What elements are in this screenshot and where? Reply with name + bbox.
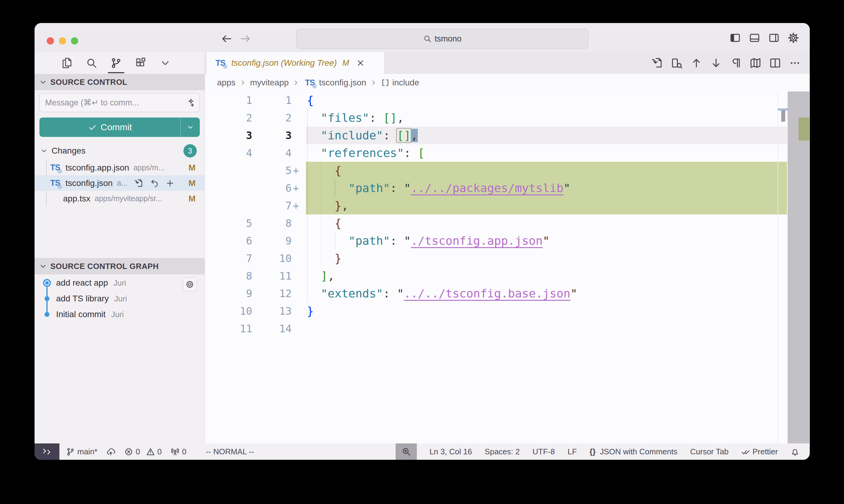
code-line[interactable]: 33 "include": [], xyxy=(205,127,810,144)
language-mode-text: JSON with Comments xyxy=(600,447,677,456)
commit-dropdown-button[interactable] xyxy=(180,118,200,137)
toggle-primary-sidebar-button[interactable] xyxy=(730,32,741,43)
code-token: : xyxy=(390,234,404,248)
code-token xyxy=(307,181,348,195)
chevron-down-icon xyxy=(39,262,47,270)
notifications-item[interactable] xyxy=(791,447,799,456)
more-views-chevron-icon[interactable] xyxy=(159,57,171,69)
code-line[interactable]: 7+ }, xyxy=(205,197,810,214)
chevron-down-icon xyxy=(39,78,47,86)
code-line-content: "include": [], xyxy=(307,127,418,144)
settings-gear-icon[interactable] xyxy=(788,32,799,43)
graph-commit-row[interactable]: Initial commitJuri xyxy=(35,307,205,322)
indent-guide xyxy=(307,162,308,179)
code-line[interactable]: 11{ xyxy=(205,91,810,109)
compare-button[interactable] xyxy=(671,57,683,69)
code-line[interactable]: 912 "extends": "../../tsconfig.base.json… xyxy=(205,285,810,302)
explorer-icon[interactable] xyxy=(61,57,73,69)
eol-item[interactable]: LF xyxy=(568,447,576,456)
plus-icon[interactable] xyxy=(166,179,175,188)
code-token: "extends" xyxy=(321,287,383,300)
code-line[interactable]: 22 "files": [], xyxy=(205,109,810,127)
close-window-button[interactable] xyxy=(47,37,54,44)
search-view-icon[interactable] xyxy=(86,57,97,69)
toggle-panel-button[interactable] xyxy=(749,32,760,43)
indentation-item[interactable]: Spaces: 2 xyxy=(485,447,520,456)
zoom-status-item[interactable] xyxy=(396,444,417,460)
graph-commit-row[interactable]: add react appJuri xyxy=(35,275,205,291)
branch-status-item[interactable]: main* xyxy=(66,447,97,456)
commit-author: Juri xyxy=(111,310,124,319)
scrollbar[interactable] xyxy=(788,91,809,444)
navigate-back-button[interactable] xyxy=(221,33,232,44)
source-control-graph-header[interactable]: SOURCE CONTROL GRAPH xyxy=(35,258,205,274)
remote-indicator[interactable] xyxy=(35,444,59,460)
code-line-content: } xyxy=(307,250,341,267)
map-button[interactable] xyxy=(750,57,761,69)
code-line[interactable]: 811 ], xyxy=(205,267,810,285)
scm-file-row[interactable]: TStsconfig.jsona...M xyxy=(35,175,205,191)
minimize-window-button[interactable] xyxy=(59,37,66,44)
breadcrumb-item-include[interactable]: include xyxy=(381,78,419,88)
code-token: : xyxy=(383,287,397,300)
command-center-search[interactable]: tsmono xyxy=(296,29,588,49)
indent-guide xyxy=(307,127,308,144)
cursor-position-item[interactable]: Ln 3, Col 16 xyxy=(430,447,472,456)
arrow-down-button[interactable] xyxy=(710,57,722,69)
arrow-up-button[interactable] xyxy=(691,57,702,69)
code-line[interactable]: 58 { xyxy=(205,214,810,232)
scm-file-row[interactable]: app.tsxapps/myviteapp/sr...M xyxy=(35,191,205,206)
ports-status-item[interactable]: 0 xyxy=(171,447,186,456)
code-line[interactable]: 69 "path": "./tsconfig.app.json" xyxy=(205,232,810,250)
ellipsis-button[interactable] xyxy=(789,57,800,69)
split-button[interactable] xyxy=(770,57,781,69)
encoding-item[interactable]: UTF-8 xyxy=(533,447,555,456)
code-line[interactable]: 1013} xyxy=(205,302,810,320)
scm-file-row[interactable]: TStsconfig.app.jsonapps/m...M xyxy=(35,160,205,175)
discard-icon[interactable] xyxy=(150,179,159,188)
breadcrumb-item-tsconfig.json[interactable]: TStsconfig.json xyxy=(303,77,366,88)
commit-button[interactable]: Commit xyxy=(39,118,200,137)
breadcrumb-item-apps[interactable]: apps xyxy=(217,78,236,88)
modified-line-number: 13 xyxy=(252,302,292,320)
source-control-icon[interactable] xyxy=(110,57,122,69)
code-token: } xyxy=(335,199,342,212)
vim-mode-indicator[interactable]: -- NORMAL -- xyxy=(206,447,254,456)
source-control-section-header[interactable]: SOURCE CONTROL xyxy=(35,74,205,90)
code-line-content: "extends": "../../tsconfig.base.json" xyxy=(307,285,577,302)
diff-editor[interactable]: 11{22 "files": [],33 "include": [],44 "r… xyxy=(205,91,810,444)
sync-changes-button[interactable] xyxy=(106,447,115,456)
go-to-file-button[interactable] xyxy=(651,57,663,69)
code-token xyxy=(307,129,321,142)
indent-guide xyxy=(307,232,308,250)
remote-icon xyxy=(42,447,52,456)
language-mode-item[interactable]: {} JSON with Comments xyxy=(590,447,677,456)
code-line[interactable]: 5+ { xyxy=(205,162,810,179)
code-line[interactable]: 44 "references": [ xyxy=(205,144,810,162)
extensions-icon[interactable] xyxy=(135,57,147,69)
code-line[interactable]: 6+ "path": "../../packages/mytslib" xyxy=(205,179,810,197)
graph-commit-row[interactable]: add TS libraryJuri xyxy=(35,291,205,307)
modified-line-number: 4 xyxy=(252,144,292,162)
code-line[interactable]: 1114 xyxy=(205,320,810,337)
generate-commit-message-icon[interactable] xyxy=(185,98,194,107)
code-line[interactable]: 710 } xyxy=(205,250,810,267)
code-token: : xyxy=(383,129,397,142)
pilcrow-button[interactable] xyxy=(730,57,742,69)
breadcrumb-item-myviteapp[interactable]: myviteapp xyxy=(250,78,289,88)
indent-guide xyxy=(307,197,308,214)
problems-status-item[interactable]: 0 0 xyxy=(124,447,161,456)
checkout-commit-button[interactable] xyxy=(183,277,197,291)
close-tab-icon[interactable] xyxy=(356,58,365,68)
formatter-item[interactable]: Prettier xyxy=(741,447,778,456)
changes-section-header[interactable]: Changes 3 xyxy=(35,143,205,159)
go-to-file-icon[interactable] xyxy=(134,179,143,188)
cursor-tab-item[interactable]: Cursor Tab xyxy=(690,447,729,456)
zoom-window-button[interactable] xyxy=(71,37,78,44)
target-icon xyxy=(185,280,194,289)
navigate-forward-button[interactable] xyxy=(240,33,251,44)
tab-tsconfig-json-working-tree[interactable]: TS tsconfig.json (Working Tree) M xyxy=(206,52,384,74)
toggle-secondary-sidebar-button[interactable] xyxy=(769,32,779,43)
commit-message-input[interactable] xyxy=(45,98,185,108)
title-bar: tsmono xyxy=(35,23,810,52)
